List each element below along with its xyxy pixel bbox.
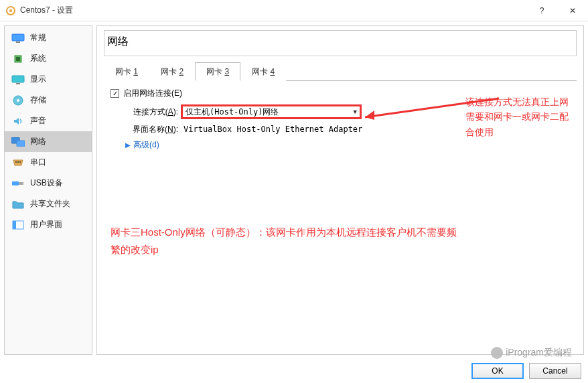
check-icon: ✓	[111, 89, 119, 98]
monitor-icon	[11, 33, 25, 44]
help-button[interactable]: ?	[526, 0, 557, 21]
ok-button[interactable]: OK	[471, 363, 524, 379]
tab-adapter-2[interactable]: 网卡 2	[149, 62, 195, 81]
svg-point-14	[19, 161, 21, 163]
section-title: 网络	[104, 30, 577, 56]
advanced-label: 高级(d)	[133, 139, 159, 151]
sidebar: 常规 系统 显示 存储 声音 网络 串口 USB设备	[4, 25, 92, 355]
watermark: iProgram爱编程	[491, 347, 572, 359]
tab-adapter-1[interactable]: 网卡 1	[104, 62, 149, 81]
watermark-icon	[491, 347, 503, 359]
tab-adapter-4[interactable]: 网卡 4	[240, 62, 286, 81]
disk-icon	[11, 95, 25, 106]
window-title: Centos7 - 设置	[20, 5, 526, 16]
svg-rect-11	[17, 141, 25, 147]
dialog-footer: OK Cancel	[471, 363, 581, 379]
sidebar-item-label: 串口	[30, 157, 46, 168]
ui-icon	[11, 220, 25, 230]
enable-label: 启用网络连接(E)	[123, 88, 182, 99]
sidebar-item-network[interactable]: 网络	[5, 131, 92, 152]
sidebar-item-label: 网络	[30, 136, 46, 147]
svg-rect-18	[13, 221, 16, 229]
sidebar-item-label: 存储	[30, 94, 46, 106]
connection-mode-value: 仅主机(Host-Only)网络	[186, 106, 279, 118]
sidebar-item-shared[interactable]: 共享文件夹	[5, 194, 92, 214]
sidebar-item-ui[interactable]: 用户界面	[5, 214, 92, 235]
svg-rect-16	[19, 182, 23, 185]
titlebar: Centos7 - 设置 ? ✕	[0, 0, 588, 21]
sidebar-item-usb[interactable]: USB设备	[5, 173, 92, 194]
network-icon	[11, 137, 25, 147]
sidebar-item-system[interactable]: 系统	[5, 48, 92, 69]
sidebar-item-audio[interactable]: 声音	[5, 110, 92, 131]
sidebar-item-general[interactable]: 常规	[5, 27, 92, 48]
display-icon	[11, 74, 25, 85]
advanced-toggle[interactable]: ▶ 高级(d)	[108, 139, 573, 151]
tabs: 网卡 1 网卡 2 网卡 3 网卡 4	[104, 62, 577, 81]
svg-rect-7	[16, 83, 20, 84]
folder-icon	[11, 199, 25, 210]
svg-point-13	[17, 161, 19, 163]
svg-rect-5	[16, 57, 20, 61]
svg-rect-6	[12, 76, 24, 82]
sidebar-item-label: 显示	[30, 74, 46, 85]
sidebar-item-label: USB设备	[30, 177, 63, 189]
sidebar-item-storage[interactable]: 存储	[5, 90, 92, 110]
sidebar-item-display[interactable]: 显示	[5, 69, 92, 90]
tab-adapter-3[interactable]: 网卡 3	[195, 62, 240, 81]
chip-icon	[11, 54, 25, 64]
close-button[interactable]: ✕	[557, 0, 588, 21]
app-icon	[5, 5, 16, 16]
main-panel: 网络 网卡 1 网卡 2 网卡 3 网卡 4 ✓ 启用网络连接(E) 连接方式(…	[96, 25, 584, 355]
serial-icon	[11, 157, 25, 168]
cancel-button[interactable]: Cancel	[529, 363, 581, 379]
sidebar-item-label: 系统	[30, 53, 46, 64]
chevron-down-icon: ▼	[354, 108, 357, 115]
connection-mode-select[interactable]: 仅主机(Host-Only)网络 ▼	[181, 104, 362, 119]
svg-rect-2	[12, 34, 24, 41]
interface-name-label: 界面名称(N):	[121, 124, 178, 135]
connection-mode-label: 连接方式(A):	[121, 106, 178, 118]
svg-point-9	[17, 99, 19, 102]
svg-point-1	[9, 9, 12, 12]
svg-point-12	[15, 161, 17, 163]
annotation-body-text: 网卡三Host-Only网络（可静态）：该网卡作用为本机远程连接客户机不需要频繁…	[111, 224, 459, 258]
usb-icon	[11, 178, 25, 189]
svg-rect-3	[16, 42, 20, 43]
interface-name-value: VirtualBox Host-Only Ethernet Adapter	[181, 123, 365, 135]
svg-rect-15	[12, 181, 19, 185]
enable-network-checkbox[interactable]: ✓ 启用网络连接(E)	[111, 88, 182, 99]
sidebar-item-label: 共享文件夹	[30, 198, 70, 210]
sidebar-item-label: 常规	[30, 32, 46, 44]
triangle-right-icon: ▶	[125, 141, 131, 149]
speaker-icon	[11, 116, 25, 127]
sidebar-item-label: 声音	[30, 115, 46, 127]
sidebar-item-label: 用户界面	[30, 219, 62, 230]
sidebar-item-serial[interactable]: 串口	[5, 152, 92, 173]
annotation-side-text: 该连接方式无法真正上网需要和网卡一或网卡二配合使用	[465, 94, 577, 139]
